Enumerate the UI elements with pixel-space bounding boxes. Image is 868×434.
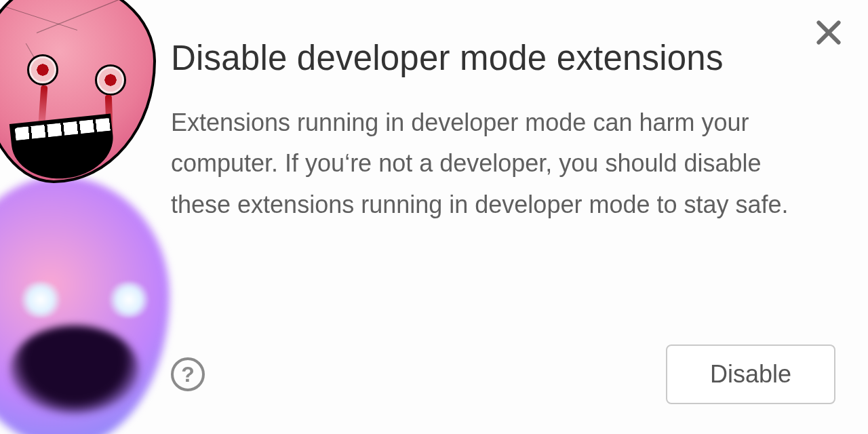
dialog-root: Disable developer mode extensions Extens… xyxy=(0,0,868,434)
bottom-face-eye-left xyxy=(17,281,64,318)
bottom-face-mouth xyxy=(10,326,139,414)
top-face-mouth xyxy=(9,113,117,183)
top-face-eye-right xyxy=(95,64,126,96)
dialog-content: Disable developer mode extensions Extens… xyxy=(171,38,830,225)
meme-face-decoration xyxy=(0,0,176,434)
disable-button[interactable]: Disable xyxy=(666,344,835,404)
dialog-title: Disable developer mode extensions xyxy=(171,38,830,78)
help-icon: ? xyxy=(181,362,195,387)
help-button[interactable]: ? xyxy=(171,357,205,391)
dialog-body: Extensions running in developer mode can… xyxy=(171,102,822,225)
top-face-teeth xyxy=(14,116,112,141)
top-face-tear-right xyxy=(105,95,113,142)
bottom-face-eye-right xyxy=(105,281,153,318)
top-face-tear-left xyxy=(38,85,48,134)
bottom-face-glow xyxy=(0,176,170,434)
dialog-footer: ? Disable xyxy=(171,344,835,404)
top-face-head xyxy=(0,0,156,183)
top-face-eye-left xyxy=(27,54,58,85)
